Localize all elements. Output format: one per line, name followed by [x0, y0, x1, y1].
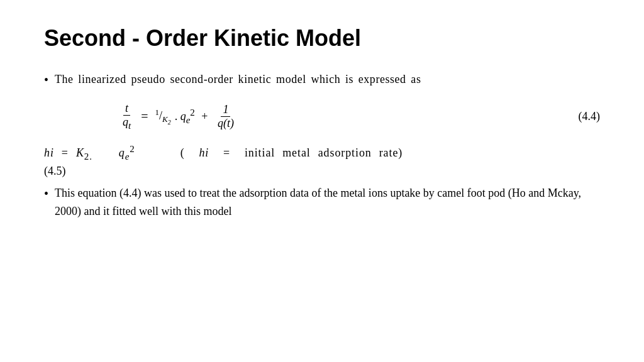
equals-hi: = — [62, 146, 69, 160]
fraction-denominator: qt — [121, 116, 133, 131]
fraction-numerator: t — [123, 102, 130, 116]
page: Second - Order Kinetic Model • The linea… — [0, 0, 644, 362]
fraction-1-numerator: 1 — [221, 103, 230, 117]
bullet-2: • This equation (4.4) was used to treat … — [44, 184, 600, 221]
bullet-1-text: The linearized pseudo second-order kinet… — [55, 70, 600, 89]
fraction-1-qt: 1 q(t) — [216, 103, 236, 130]
bullet-2-text: This equation (4.4) was used to treat th… — [55, 184, 600, 221]
equation-4-4-block: t qt = 1/K2 . qe2 + 1 q(t) (4.4) — [119, 102, 600, 131]
equals-sign-1: = — [138, 109, 151, 124]
bullet-1: • The linearized pseudo second-order kin… — [44, 70, 600, 89]
equation-number-45: (4.5) — [44, 165, 600, 178]
bullet-symbol-1: • — [44, 70, 48, 89]
paren-open: ( — [180, 146, 185, 160]
page-title: Second - Order Kinetic Model — [44, 25, 600, 52]
K2-label: K2. — [76, 146, 92, 162]
initial-label: initial — [238, 146, 275, 160]
rate-label: rate) — [379, 146, 402, 160]
equals-hi2: = — [216, 146, 230, 160]
equation-number-44: (4.4) — [579, 110, 601, 123]
qe2-label: qe2 — [119, 144, 135, 162]
metal-label: metal — [282, 146, 310, 160]
fraction-1-denominator: q(t) — [216, 117, 236, 130]
hi2-italic: hi — [192, 146, 209, 160]
one-over-k2: 1/K2 — [155, 107, 170, 126]
adsorption-label: adsorption — [318, 146, 372, 160]
second-definition-line: hi = K2. qe2 ( hi = initial metal adsorp… — [44, 144, 600, 162]
hi-italic: hi — [44, 146, 54, 160]
fraction-t-qt: t qt — [121, 102, 133, 131]
equation-4-4: t qt = 1/K2 . qe2 + 1 q(t) — [119, 102, 237, 131]
plus-sign: + — [199, 110, 211, 123]
dot-qe2: . qe2 — [175, 107, 195, 126]
bullet-symbol-2: • — [44, 184, 48, 203]
